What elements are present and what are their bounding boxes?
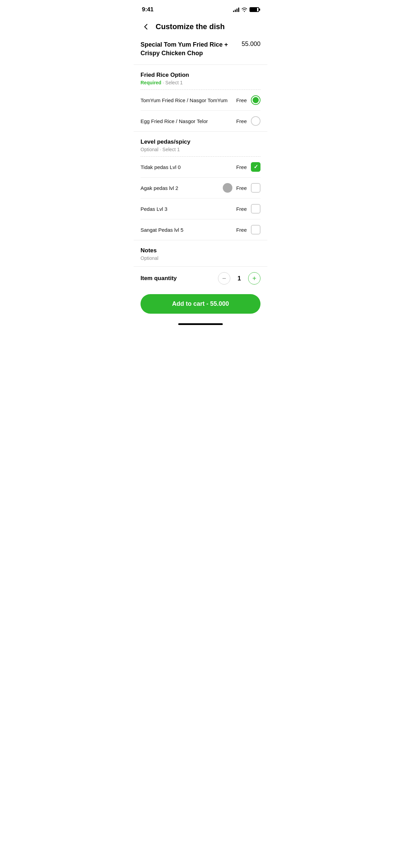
option-tomyum-right: Free [236,95,260,105]
option-agak-checkbox[interactable] [251,183,260,193]
spicy-select-label: Select 1 [162,147,180,152]
page-title: Customize the dish [156,22,225,31]
add-to-cart-button[interactable]: Add to cart - 55.000 [141,294,260,314]
option-tomyum-label: TomYum Fried Rice / Nasgor TomYum [141,97,236,103]
option-tidak-right: Free ✓ [236,162,260,172]
status-time: 9:41 [142,6,154,13]
option-agak-pedas[interactable]: Agak pedas lvl 2 Free [141,178,260,198]
home-bar [178,323,223,325]
fried-rice-select-label: Select 1 [165,80,183,85]
back-arrow-icon [142,23,150,31]
spicy-optional: Optional [141,147,158,152]
option-pedas3-right: Free [236,204,260,214]
status-icons [233,7,259,12]
spicy-dot: · [160,147,162,152]
option-tomyum-radio[interactable] [251,95,260,105]
notes-subtitle: Optional [141,255,260,261]
option-sangat-label: Sangat Pedas lvl 5 [141,227,236,233]
option-agak-price: Free [236,185,247,191]
plus-icon: + [252,275,256,282]
quantity-section: Item quantity − 1 + [134,267,267,290]
radio-inner-icon [253,97,259,103]
option-tomyum-price: Free [236,97,247,103]
status-bar: 9:41 [134,0,267,17]
option-egg-fried-rice[interactable]: Egg Fried Rice / Nasgor Telor Free [141,111,260,131]
fried-rice-section: Fried Rice Option Required · Select 1 To… [134,65,267,132]
option-tidak-price: Free [236,164,247,170]
option-sangat-right: Free [236,225,260,234]
minus-icon: − [222,275,226,282]
quantity-controls: − 1 + [218,272,260,285]
option-egg-radio[interactable] [251,116,260,126]
spicy-section: Level pedas/spicy Optional · Select 1 Ti… [134,132,267,240]
fried-rice-required: Required [141,80,161,85]
quantity-increase-button[interactable]: + [248,272,260,285]
fried-rice-title: Fried Rice Option [141,72,260,79]
header: Customize the dish [134,17,267,38]
option-pedas3-checkbox[interactable] [251,204,260,214]
option-tidak-label: Tidak pedas Lvl 0 [141,164,236,170]
option-pedas3-price: Free [236,206,247,212]
option-tidak-checkbox[interactable]: ✓ [251,162,260,172]
notes-title: Notes [141,247,260,254]
option-pedas3-label: Pedas Lvl 3 [141,206,236,212]
spicy-subtitle: Optional · Select 1 [141,147,260,152]
option-tomyum-fried-rice[interactable]: TomYum Fried Rice / Nasgor TomYum Free [141,90,260,111]
option-agak-right: Free [236,183,260,193]
agak-pedas-bubble [223,183,232,193]
battery-icon [250,7,259,12]
spicy-title: Level pedas/spicy [141,138,260,145]
signal-icon [233,7,239,12]
checkmark-icon: ✓ [254,164,258,170]
wifi-icon [241,7,247,12]
quantity-decrease-button[interactable]: − [218,272,230,285]
add-to-cart-bar: Add to cart - 55.000 [134,290,267,321]
home-indicator [134,321,267,329]
fried-rice-subtitle: Required · Select 1 [141,80,260,85]
quantity-label: Item quantity [141,275,177,282]
option-sangat-pedas[interactable]: Sangat Pedas lvl 5 Free [141,219,260,240]
option-agak-label: Agak pedas lvl 2 [141,185,236,191]
notes-section: Notes Optional [134,240,267,267]
dish-name: Special Tom Yum Fried Rice + Crispy Chic… [141,40,242,58]
quantity-value: 1 [236,275,243,282]
option-pedas-3[interactable]: Pedas Lvl 3 Free [141,198,260,219]
option-egg-price: Free [236,118,247,124]
dish-info: Special Tom Yum Fried Rice + Crispy Chic… [134,38,267,65]
option-sangat-price: Free [236,227,247,233]
dish-price: 55.000 [242,40,260,48]
option-sangat-checkbox[interactable] [251,225,260,234]
option-egg-label: Egg Fried Rice / Nasgor Telor [141,118,236,124]
back-button[interactable] [141,21,151,32]
option-tidak-pedas[interactable]: Tidak pedas Lvl 0 Free ✓ [141,157,260,178]
option-egg-right: Free [236,116,260,126]
